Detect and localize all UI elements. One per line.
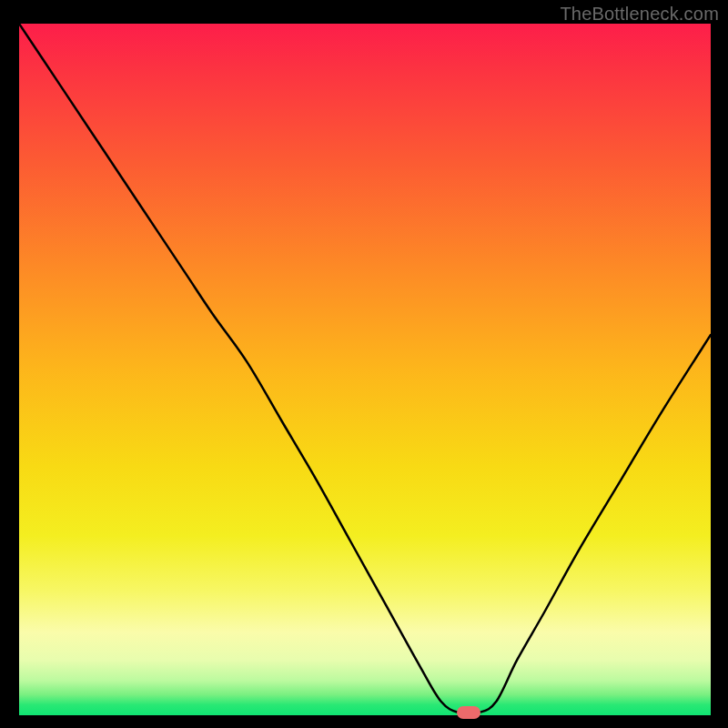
chart-container: TheBottleneck.com xyxy=(0,0,728,728)
curve-layer xyxy=(19,24,711,715)
trough-marker xyxy=(457,706,480,719)
watermark-label: TheBottleneck.com xyxy=(560,4,719,25)
bottleneck-curve xyxy=(19,24,711,713)
plot-area xyxy=(19,24,711,715)
